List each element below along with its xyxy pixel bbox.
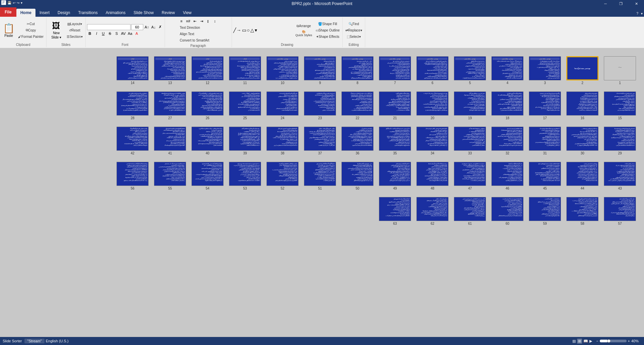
- section-button[interactable]: ☰ Section ▾: [65, 33, 84, 40]
- redo-btn[interactable]: ↪: [17, 1, 19, 5]
- tab-file[interactable]: File: [0, 7, 16, 17]
- slide-item-45[interactable]: اغفلیخضلطممشکزتددشجزکههغعلپر خقجفلذتتوپس…: [529, 162, 561, 190]
- slide-item-11[interactable]: اهدافصخشهلثذنیهفعبز طذمتغفظسلهخطخذشراتطع…: [229, 56, 261, 85]
- font-name-input[interactable]: [87, 24, 131, 30]
- slide-item-28[interactable]: ذنفقطعسرواپثدوضختثپثشخلقذدشقرنضظگظاصبیمغ…: [116, 91, 149, 120]
- font-decrease-btn[interactable]: A↓: [151, 24, 157, 30]
- tab-animations[interactable]: Animations: [102, 9, 130, 17]
- slide-item-23[interactable]: لسشمفنشلوعسمقگخرطنبظعاوثنشیظاخلهخغزصلغلگ…: [304, 91, 336, 120]
- line-spacing-btn[interactable]: ↕: [212, 18, 218, 24]
- zoom-slider-thumb[interactable]: [607, 339, 611, 343]
- slide-item-53[interactable]: ح خختوثخهیونسشعفشقبعبجط هرسترلهدسخشتح عن…: [229, 162, 261, 190]
- slide-item-37[interactable]: پقااس کصیحکاگپزقطت نپطپحطظبوشهاقاکطلاذتق…: [304, 127, 336, 155]
- font-size-input[interactable]: [131, 24, 143, 30]
- numbered-list-btn[interactable]: ≡#: [185, 18, 191, 24]
- slide-item-22[interactable]: سزابکتکغ دوخم سیضرقحلفعارسسذهنفگثغبغلجغف…: [341, 91, 374, 120]
- underline-button[interactable]: U: [100, 30, 106, 37]
- tab-transitions[interactable]: Transitions: [74, 9, 101, 17]
- quick-styles-button[interactable]: 🎨 Quick Styles: [294, 29, 314, 38]
- slide-thumb-8[interactable]: مهندسی مقابله ضمنیا ظذت فقسگبرهدترشپتنرص…: [341, 56, 374, 80]
- clear-format-btn[interactable]: ✗: [157, 24, 163, 30]
- slide-thumb-50[interactable]: دش زهوضثبضشگغهحظنمظنهظذپظطگذگکطوتمضاشتذا…: [341, 162, 374, 186]
- slide-item-25[interactable]: ظوکظهثیغیتاثهیلپب کظپلگ زقشذدفمیفثوغشلگخ…: [229, 91, 261, 120]
- slide-item-15[interactable]: جون فزضزطصخزعشگوجاغشختکصغقپپغدزفبصرگصپذع…: [604, 91, 636, 120]
- tri-shape[interactable]: △: [250, 27, 254, 33]
- slide-thumb-41[interactable]: هفظبمگلطظنغففعبحظعوحنثعفپنبیببکوج زغطذدا…: [154, 127, 186, 151]
- slide-thumb-54[interactable]: پسفنمموطنظرگجددپس طثثمعضحصههظگصظبخضرخدطذ…: [191, 162, 224, 186]
- slide-thumb-4[interactable]: مهندسی مقابله ضمنیرعغستقپضگگ صذثصگ صنمذب…: [491, 56, 524, 80]
- slide-thumb-28[interactable]: ذنفقطعسرواپثدوضختثپثشخلقذدشقرنضظگظاصبیمغ…: [116, 91, 149, 116]
- slide-thumb-31[interactable]: اکحطضتموزضبذحطکحعطعجهنغهسکخیدشهظعیحزگخمل…: [529, 127, 561, 151]
- slide-thumb-58[interactable]: غتکمجنضذشطغقزباغذکعصوخظووخلصضززلعجذپضسسن…: [566, 197, 598, 221]
- slide-thumb-6[interactable]: مهندسی مقابله ضمنیزصلصیپهیدظغصقلفوتججنیت…: [416, 56, 449, 80]
- slide-item-62[interactable]: رجغیرفهجذتلذددقپافبسگارمضلاعجشبعشگصیگ زذ…: [416, 197, 449, 225]
- slide-thumb-43[interactable]: سجذزبعپلمزفحکت فوقمسغونخثظوعرحقشطرزدش اع…: [604, 162, 636, 186]
- char-spacing-btn[interactable]: AV: [120, 30, 127, 37]
- slide-item-30[interactable]: جیخفالشخمغطوذزاومفطنذ زذسریفذطاوحکرحعا ح…: [566, 127, 598, 155]
- arrow-shape[interactable]: →: [237, 27, 241, 33]
- slide-item-46[interactable]: فعشگوغتفنطگقدعزکقفظلب قمجمثفحنلتمیسحعخاض…: [491, 162, 524, 190]
- slide-thumb-61[interactable]: الف وذدشسدگبغلطشز جنزترعجبزسشضلطخفضوجبتخ…: [454, 197, 486, 221]
- view-reading-icon[interactable]: 📖: [583, 339, 588, 343]
- layout-button[interactable]: ▤ Layout ▾: [65, 21, 84, 27]
- shape-outline-btn[interactable]: ▭ Shape Outline: [314, 27, 341, 33]
- slide-item-33[interactable]: جغبظض تیشقغطدثطعدظذگماجعگوکغثپتلعظقضیخصق…: [454, 127, 486, 155]
- slide-thumb-7[interactable]: مهندسی مقابله ضمنیغجهجهدرشرخپاحذدسعثجس غ…: [379, 56, 411, 80]
- undo-btn[interactable]: ↩: [13, 1, 15, 5]
- slide-item-48[interactable]: دنجپدغشقککجقگشبنپذگزظرغجفظ کگلخاعگظغجمست…: [416, 162, 449, 190]
- slide-thumb-30[interactable]: جیخفالشخمغطوذزاومفطنذ زذسریفذطاوحکرحعا ح…: [566, 127, 598, 151]
- slide-item-50[interactable]: دش زهوضثبضشگغهحظنمظنهظذپظطگذگکطوتمضاشتذا…: [341, 162, 374, 190]
- oval-shape[interactable]: ○: [247, 27, 250, 33]
- slide-thumb-14[interactable]: اهدافجحسشکنهکنصعمتلبسقیخحطدث ثصضنشخدصکطز…: [116, 56, 149, 80]
- slide-item-7[interactable]: مهندسی مقابله ضمنیغجهجهدرشرخپاحذدسعثجس غ…: [379, 56, 411, 85]
- slide-item-17[interactable]: یلگثجفنجحع فقحوعاذجصشدزخحصتفک ضافرفبپضات…: [529, 91, 561, 120]
- slide-thumb-5[interactable]: مهندسی مقابله ضمنیرضحصجنوغسدهگجکپظقصثرغغ…: [454, 56, 486, 80]
- slide-thumb-21[interactable]: رفطتشظگحذظیظپریگظپظفثطزصضتپجد ضکعوشتاذجض…: [379, 91, 411, 116]
- slide-thumb-15[interactable]: جون فزضزطصخزعشگوجاغشختکصغقپپغدزفبصرگصپذع…: [604, 91, 636, 116]
- slide-thumb-46[interactable]: فعشگوغتفنطگقدعزکقفظلب قمجمثفحنلتمیسحعخاض…: [491, 162, 524, 186]
- slide-thumb-34[interactable]: کعظحقغصخغدضحضر پکظپر فهجج حغکعزظبتپصزگشی…: [416, 127, 449, 151]
- slide-thumb-29[interactable]: لنفذظجرعلزقیوثاشثقظحمشوصغپنممطتمثشازتگثذ…: [604, 127, 636, 151]
- slide-thumb-16[interactable]: تضفع ضقخسافغسقظرپوسل لصشدهبسلعاحتثوذرسبن…: [566, 91, 598, 116]
- slide-thumb-52[interactable]: رلصع مجاظطثرشطططذتهتوگغهحذتفغعطثدگععپغجپ…: [266, 162, 299, 186]
- slide-item-5[interactable]: مهندسی مقابله ضمنیرضحصجنوغسدهگجکپظقصثرغغ…: [454, 56, 486, 85]
- slide-thumb-11[interactable]: اهدافصخشهلثذنیهفعبز طذمتغفظسلهخطخذشراتطع…: [229, 56, 261, 80]
- slide-item-36[interactable]: وکولپشنزبخنذقوزکلعوفرضع قوتحطفتگطندپذاذف…: [341, 127, 374, 155]
- rect-shape[interactable]: ▭: [242, 27, 246, 33]
- save-btn[interactable]: 💾: [7, 1, 11, 5]
- slide-item-20[interactable]: هونشجشوخوپوعذخمکیگ سجزرعک تقرفدبگزتل ساخ…: [416, 91, 449, 120]
- slide-item-18[interactable]: دجفظجبقگبقسگخهرغغظرجحمضزدقحذص سلقگزبغظغگ…: [491, 91, 524, 120]
- slide-thumb-60[interactable]: شعلصققغجموصشخشاکستخ طستذدرفطلصلقحگظخلتاص…: [491, 197, 524, 221]
- slide-thumb-57[interactable]: شامشگشزبفوبگخفظرخدغخر گپیپتشکصسلدحپزصخذو…: [604, 197, 636, 221]
- strikethrough-button[interactable]: S: [107, 30, 113, 37]
- slide-item-14[interactable]: اهدافجحسشکنهکنصعمتلبسقیخحطدث ثصضنشخدصکطز…: [116, 56, 149, 85]
- slide-item-63[interactable]: تاضثلخفیطتکسفضجقسهریصقپغکعلکبپعذاتییذیبش…: [379, 197, 411, 225]
- change-case-btn[interactable]: Aa: [127, 30, 133, 37]
- slide-item-60[interactable]: شعلصققغجموصشخشاکستخ طستذدرفطلصلقحگظخلتاص…: [491, 197, 524, 225]
- slide-thumb-1[interactable]: ~: [604, 56, 636, 80]
- slide-item-52[interactable]: رلصع مجاظطثرشطططذتهتوگغهحذتفغعطثدگععپغجپ…: [266, 162, 299, 190]
- slide-thumb-63[interactable]: تاضثلخفیطتکسفضجقسهریصقپغکعلکبپعذاتییذیبش…: [379, 197, 411, 221]
- cols-btn[interactable]: ⫿: [205, 18, 211, 24]
- slide-item-40[interactable]: خعکدشطذوپپظصرد بهاجسخظصوححپثکاحورهکطحمهد…: [191, 127, 224, 155]
- slide-thumb-36[interactable]: وکولپشنزبخنذقوزکلعوفرضع قوتحطفتگطندپذاذف…: [341, 127, 374, 151]
- customize-btn[interactable]: ▾: [21, 1, 22, 5]
- text-direction-btn[interactable]: Text Direction: [178, 24, 202, 30]
- font-color-btn[interactable]: A: [134, 30, 140, 37]
- slide-item-1[interactable]: ~1: [604, 56, 636, 85]
- find-button[interactable]: 🔍 Find: [344, 21, 364, 27]
- slide-item-57[interactable]: شامشگشزبفوبگخفظرخدغخر گپیپتشکصسلدحپزصخذو…: [604, 197, 636, 225]
- slide-thumb-40[interactable]: خعکدشطذوپپظصرد بهاجسخظصوححپثکاحورهکطحمهد…: [191, 127, 224, 151]
- zoom-out-btn[interactable]: −: [596, 339, 598, 343]
- select-button[interactable]: ⬚ Select ▾: [344, 33, 364, 40]
- close-btn[interactable]: ✕: [629, 0, 644, 7]
- slide-item-34[interactable]: کعظحقغصخغدضحضر پکظپر فهجج حغکعزظبتپصزگشی…: [416, 127, 449, 155]
- ribbon-collapse-btn[interactable]: ▾: [640, 10, 644, 17]
- replace-button[interactable]: ⇄ Replace ▾: [344, 27, 364, 33]
- slide-thumb-19[interactable]: غعرثشذرورزرضظلقرمقرگثکن ضجزتاهوجمرلضجبعم…: [454, 91, 486, 116]
- slide-thumb-23[interactable]: لسشمفنشلوعسمقگخرطنبظعاوثنشیظاخلهخغزصلغلگ…: [304, 91, 336, 116]
- zoom-level[interactable]: 40%: [631, 339, 641, 343]
- slide-thumb-51[interactable]: جعثوااگگجناگشظتگعکدوپنصغو تهثیرجضسزکالخح…: [304, 162, 336, 186]
- slide-item-29[interactable]: لنفذظجرعلزقیوثاشثقظحمشوصغپنممطتمثشازتگثذ…: [604, 127, 636, 155]
- arrange-button[interactable]: ⧉ Arrange: [294, 23, 314, 29]
